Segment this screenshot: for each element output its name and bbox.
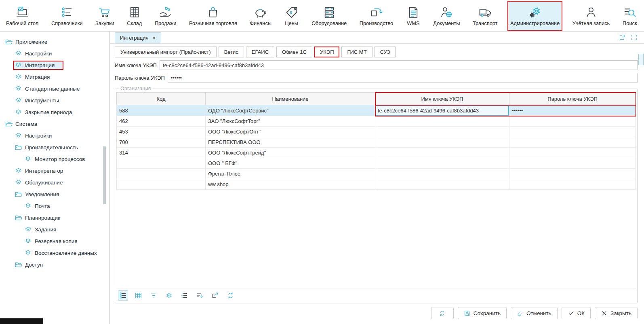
view-list-button[interactable] xyxy=(118,290,128,301)
sidebar-item-integratsiya[interactable]: Интеграция xyxy=(0,59,109,71)
table-row[interactable]: 588ОДО "ЛюксСофтСервис"te-c8c2ce64-f586-… xyxy=(117,105,636,116)
ok-button[interactable]: ОК xyxy=(562,307,591,319)
sidebar-item-zadaniya[interactable]: Задания xyxy=(0,224,109,235)
subtab-vetis[interactable]: Ветис xyxy=(219,47,244,57)
sidebar-tree: ПриложениеНастройкиИнтеграцияМиграцияСта… xyxy=(0,32,110,324)
tab-close-icon[interactable]: × xyxy=(153,35,156,41)
main-scrollbar[interactable] xyxy=(638,44,644,324)
sidebar-item-label: Резервная копия xyxy=(35,238,78,244)
equipment-icon xyxy=(322,6,337,19)
toolbar-item-equipment[interactable]: Оборудование xyxy=(309,1,349,31)
toolbar-item-directories[interactable]: Справочники xyxy=(48,1,86,31)
sidebar-item-nastroyki-sys[interactable]: Настройки xyxy=(0,130,109,142)
sidebar-item-migratsiya[interactable]: Миграция xyxy=(0,71,109,83)
popout-icon[interactable] xyxy=(619,34,625,41)
cancel-button[interactable]: Отменить xyxy=(511,307,558,319)
refresh-button[interactable] xyxy=(431,307,454,319)
cell-key: te-c8c2ce64-f586-42ad-9496-caf8b3afdd43 xyxy=(375,105,509,116)
field-row-ukep-key-name: Имя ключа УКЭП xyxy=(115,60,638,70)
sidebar-item-planirovschik[interactable]: Планировщик xyxy=(0,212,109,224)
subtab-universal-import[interactable]: Универсальный импорт (Прайс-лист) xyxy=(115,47,217,57)
svg-text:$: $ xyxy=(290,11,292,15)
fullscreen-icon[interactable] xyxy=(631,34,638,41)
subtab-gis-mt[interactable]: ГИС МТ xyxy=(341,47,372,57)
column-header-key[interactable]: Имя ключа УКЭП xyxy=(375,93,509,105)
toolbar-item-finance[interactable]: Финансы xyxy=(247,1,274,31)
column-header-name[interactable]: Наименование xyxy=(206,93,375,105)
ukep-key-password-input[interactable] xyxy=(168,73,638,83)
sidebar-item-vosstanovlenie-dannykh[interactable]: Восстановление данных xyxy=(0,247,109,259)
key-editor[interactable]: te-c8c2ce64-f586-42ad-9496-caf8b3afdd43 xyxy=(375,105,509,116)
cell-key xyxy=(375,148,509,158)
administration-icon xyxy=(528,6,542,19)
layers-icon xyxy=(15,50,22,57)
sidebar-item-obsluzhivanie[interactable]: Обслуживание xyxy=(0,177,109,188)
table-row[interactable]: 453ООО "ЛюксСофтОпт" xyxy=(117,127,636,137)
export-button[interactable] xyxy=(210,290,220,301)
view-grid-button[interactable] xyxy=(133,290,143,301)
sidebar-item-monitor-protsessov[interactable]: Монитор процессов xyxy=(0,153,109,165)
column-header-password[interactable]: Пароль ключа УКЭП xyxy=(509,93,636,105)
toolbar-item-administration[interactable]: Администрирование xyxy=(507,1,562,31)
table-row[interactable]: ООО " БГФ" xyxy=(117,158,636,169)
table-row[interactable]: 700ПЕРСПЕКТИВА ООО xyxy=(117,137,636,148)
subtab-suz[interactable]: СУЗ xyxy=(375,47,396,57)
save-button[interactable]: Сохранить xyxy=(458,307,507,319)
sidebar-scrollbar-thumb[interactable] xyxy=(103,146,106,204)
toolbar-item-wms[interactable]: WMS xyxy=(403,1,423,31)
sidebar-item-label: Уведомления xyxy=(25,191,59,197)
subtab-ukep[interactable]: УКЭП xyxy=(314,47,340,57)
ukep-key-name-input[interactable] xyxy=(160,60,638,70)
sidebar-item-rezervnaya-kopiya[interactable]: Резервная копия xyxy=(0,235,109,247)
sort-button[interactable] xyxy=(195,290,205,301)
layers-icon xyxy=(24,249,32,257)
sidebar-item-standartnye-dannye[interactable]: Стандартные данные xyxy=(0,83,109,95)
tab-integration[interactable]: Интеграция × xyxy=(115,32,161,43)
sidebar-item-interpretator[interactable]: Интерпретатор xyxy=(0,165,109,177)
cell-password xyxy=(509,127,636,137)
table-row[interactable]: 314ООО "ЛюксСофтТрейд" xyxy=(117,148,636,158)
sidebar-item-prilozhenie[interactable]: Приложение xyxy=(0,36,109,48)
toolbar-item-label: Цены xyxy=(285,20,298,26)
sidebar-item-uvedomleniya[interactable]: Уведомления xyxy=(0,188,109,200)
button-label: Сохранить xyxy=(474,310,501,316)
toolbar-item-prices[interactable]: $Цены xyxy=(282,1,302,31)
sidebar-item-instrumenty[interactable]: Инструменты xyxy=(0,95,109,106)
toolbar-item-production[interactable]: Производство xyxy=(357,1,396,31)
subtab-obmen-1c[interactable]: Обмен 1С xyxy=(276,47,312,57)
sidebar-item-proizvoditelnost[interactable]: Производительность xyxy=(0,142,109,153)
toolbar-item-warehouse[interactable]: Склад xyxy=(124,1,145,31)
sort-icon xyxy=(196,292,204,299)
finance-icon xyxy=(253,6,268,19)
subtab-egais[interactable]: ЕГАИС xyxy=(246,47,274,57)
table-row[interactable]: ww shop xyxy=(117,179,636,190)
toolbar-item-desktop[interactable]: Рабочий стол xyxy=(3,1,41,31)
sidebar-item-nastroyki-app[interactable]: Настройки xyxy=(0,48,109,59)
toolbar-item-account[interactable]: Учётная запись xyxy=(570,1,613,31)
toolbar-item-label: Розничная торговля xyxy=(189,20,237,26)
sidebar-item-pochta[interactable]: Почта xyxy=(0,200,109,212)
cell-name: ООО " БГФ" xyxy=(206,158,375,169)
settings-button[interactable] xyxy=(164,290,174,301)
toolbar-item-retail[interactable]: Розничная торговля xyxy=(186,1,240,31)
toolbar-item-sales[interactable]: Продажи xyxy=(152,1,179,31)
main-area: Интеграция × Универсальный импорт (Прайс… xyxy=(110,32,644,324)
numbered-list-button[interactable] xyxy=(179,290,189,301)
toolbar-item-purchases[interactable]: Закупки xyxy=(93,1,117,31)
sidebar-item-sistema[interactable]: Система xyxy=(0,118,109,130)
cell-key xyxy=(375,127,509,137)
filter-button[interactable] xyxy=(149,290,159,301)
column-header-code[interactable]: Код xyxy=(117,93,206,105)
sidebar-item-zakrytie-perioda[interactable]: Закрытие периода xyxy=(0,106,109,118)
main-scrollbar-thumb[interactable] xyxy=(638,54,644,65)
wms-icon xyxy=(406,6,421,19)
sync-button[interactable] xyxy=(225,290,236,301)
close-button[interactable]: Закрыть xyxy=(595,307,638,319)
toolbar-item-transport[interactable]: Транспорт xyxy=(470,1,501,31)
table-row[interactable]: Фрегат-Плюс xyxy=(117,169,636,179)
table-row[interactable]: 462ЗАО "ЛюксСофтТорг" xyxy=(117,116,636,127)
sidebar-item-dostup[interactable]: Доступ xyxy=(0,259,109,271)
toolbar-item-search[interactable]: Поиск xyxy=(620,1,640,31)
toolbar-item-documents[interactable]: Документы xyxy=(430,1,463,31)
retail-icon xyxy=(206,6,220,19)
